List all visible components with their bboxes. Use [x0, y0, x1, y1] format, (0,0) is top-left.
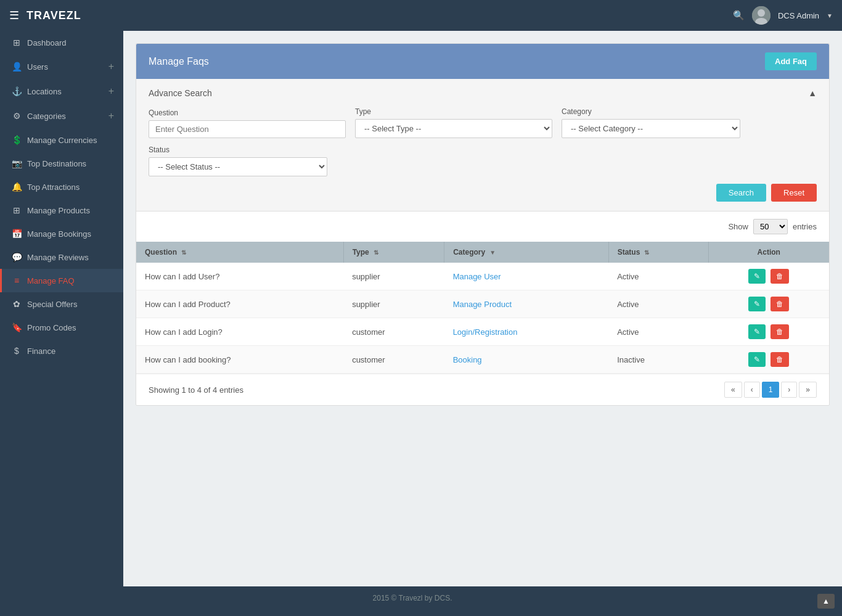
avatar	[752, 6, 770, 25]
category-link-2[interactable]: Login/Registration	[453, 327, 518, 337]
cell-status-2: Active	[608, 318, 708, 346]
sidebar-item-top-attractions[interactable]: 🔔 Top Attractions	[0, 175, 123, 199]
table-row: How can I add Login? customer Login/Regi…	[136, 318, 829, 346]
cell-type-0: supplier	[343, 263, 444, 290]
sidebar-icon-manage-faq: ≡	[11, 276, 22, 285]
sidebar-icon-manage-products: ⊞	[11, 205, 22, 215]
delete-button-0[interactable]: 🗑	[770, 269, 789, 284]
entries-label: entries	[793, 222, 817, 231]
sidebar-item-locations[interactable]: ⚓ Locations +	[0, 79, 123, 104]
sidebar-item-dashboard[interactable]: ⊞ Dashboard	[0, 31, 123, 54]
page-btn-1[interactable]: 1	[762, 382, 780, 398]
question-sort-icon: ⇅	[181, 249, 186, 256]
sidebar-item-promo-codes[interactable]: 🔖 Promo Codes	[0, 316, 123, 339]
category-link-1[interactable]: Manage Product	[453, 300, 512, 309]
reset-button[interactable]: Reset	[771, 184, 817, 202]
sidebar-item-manage-faq[interactable]: ≡ Manage FAQ	[0, 269, 123, 292]
category-sort-icon: ▼	[489, 249, 496, 256]
sidebar-item-manage-bookings[interactable]: 📅 Manage Bookings	[0, 222, 123, 245]
sidebar-label-users: Users	[27, 62, 48, 72]
sidebar-icon-special-offers: ✿	[11, 299, 22, 309]
status-form-group: Status -- Select Status -- Active Inacti…	[149, 146, 327, 176]
page-header: Manage Faqs Add Faq	[136, 44, 829, 79]
edit-button-0[interactable]: ✎	[748, 269, 766, 284]
sidebar-label-manage-faq: Manage FAQ	[27, 276, 75, 285]
col-type-label: Type	[353, 248, 369, 257]
category-link-3[interactable]: Booking	[453, 355, 482, 364]
pagination-info: Showing 1 to 4 of 4 entries	[149, 385, 243, 395]
sidebar-item-manage-reviews[interactable]: 💬 Manage Reviews	[0, 245, 123, 269]
cell-status-1: Active	[608, 290, 708, 318]
footer: 2015 © Travezl by DCS. ▲	[0, 586, 842, 616]
sidebar-icon-manage-bookings: 📅	[11, 229, 22, 239]
show-label: Show	[728, 222, 748, 231]
table-header-row: Question ⇅ Type ⇅ Category ▼	[136, 242, 829, 263]
col-question-label: Question	[145, 248, 177, 257]
col-type[interactable]: Type ⇅	[343, 242, 444, 263]
sidebar-item-special-offers[interactable]: ✿ Special Offers	[0, 292, 123, 316]
sidebar-icon-manage-reviews: 💬	[11, 252, 22, 262]
scroll-to-top-button[interactable]: ▲	[817, 594, 835, 609]
search-actions: Search Reset	[149, 184, 817, 202]
entries-per-page-select[interactable]: 10 25 50 100	[753, 219, 788, 234]
cell-category-0: Manage User	[444, 263, 609, 290]
edit-button-2[interactable]: ✎	[748, 324, 766, 339]
top-nav-right: 🔍 DCS Admin ▼	[733, 6, 833, 25]
col-category[interactable]: Category ▼	[444, 242, 609, 263]
sidebar-plus-categories[interactable]: +	[108, 110, 114, 121]
cell-action-0: ✎ 🗑	[708, 263, 829, 290]
user-name-label[interactable]: DCS Admin	[778, 11, 819, 20]
page-btn-»[interactable]: »	[799, 382, 817, 398]
search-row-1: Question Type -- Select Type -- supplier…	[149, 107, 817, 138]
cell-question-1: How can I add Product?	[136, 290, 343, 318]
type-select[interactable]: -- Select Type -- supplier customer	[355, 119, 552, 138]
hamburger-menu-icon[interactable]: ☰	[9, 9, 19, 22]
page-btn-«[interactable]: «	[724, 382, 742, 398]
table-row: How can I add Product? supplier Manage P…	[136, 290, 829, 318]
delete-button-3[interactable]: 🗑	[770, 352, 789, 367]
sidebar-icon-dashboard: ⊞	[11, 38, 22, 47]
col-question[interactable]: Question ⇅	[136, 242, 343, 263]
sidebar-plus-locations[interactable]: +	[108, 86, 114, 97]
sidebar-label-finance: Finance	[27, 347, 55, 356]
status-sort-icon: ⇅	[644, 249, 649, 256]
type-form-group: Type -- Select Type -- supplier customer	[355, 107, 552, 138]
edit-button-1[interactable]: ✎	[748, 297, 766, 311]
sidebar-item-categories[interactable]: ⚙ Categories +	[0, 104, 123, 128]
cell-status-3: Inactive	[608, 346, 708, 374]
page-btn-›[interactable]: ›	[781, 382, 797, 398]
add-faq-button[interactable]: Add Faq	[765, 52, 817, 70]
search-row-2: Status -- Select Status -- Active Inacti…	[149, 146, 817, 176]
top-navbar: ☰ TRAVEZL 🔍 DCS Admin ▼	[0, 0, 842, 31]
sidebar-item-users[interactable]: 👤 Users +	[0, 54, 123, 79]
search-icon[interactable]: 🔍	[733, 10, 745, 21]
sidebar-item-top-destinations[interactable]: 📷 Top Destinations	[0, 152, 123, 175]
footer-text: 2015 © Travezl by DCS.	[373, 594, 452, 602]
sidebar-label-manage-currencies: Manage Currencies	[27, 136, 97, 145]
page-title: Manage Faqs	[149, 56, 209, 67]
type-sort-icon: ⇅	[374, 249, 378, 256]
category-link-0[interactable]: Manage User	[453, 272, 501, 281]
delete-button-1[interactable]: 🗑	[770, 297, 789, 311]
sidebar-item-finance[interactable]: $ Finance	[0, 339, 123, 363]
sidebar-item-manage-currencies[interactable]: 💲 Manage Currencies	[0, 128, 123, 152]
collapse-icon[interactable]: ▲	[808, 88, 817, 98]
sidebar-label-special-offers: Special Offers	[27, 300, 77, 309]
status-label: Status	[149, 146, 327, 154]
col-status-label: Status	[618, 248, 640, 257]
status-select[interactable]: -- Select Status -- Active Inactive	[149, 157, 327, 176]
delete-button-2[interactable]: 🗑	[770, 324, 789, 339]
question-input[interactable]	[149, 120, 346, 138]
category-select[interactable]: -- Select Category -- Manage User Manage…	[562, 119, 740, 138]
search-button[interactable]: Search	[716, 184, 766, 202]
sidebar-icon-manage-currencies: 💲	[11, 135, 22, 145]
sidebar-item-manage-products[interactable]: ⊞ Manage Products	[0, 199, 123, 222]
sidebar-label-top-attractions: Top Attractions	[27, 183, 80, 192]
edit-button-3[interactable]: ✎	[748, 352, 766, 367]
sidebar-plus-users[interactable]: +	[108, 61, 114, 72]
user-dropdown-arrow-icon[interactable]: ▼	[827, 12, 833, 19]
advance-search-panel: Advance Search ▲ Question Type -- Select…	[136, 79, 829, 211]
page-btn-‹[interactable]: ‹	[744, 382, 760, 398]
col-status[interactable]: Status ⇅	[608, 242, 708, 263]
faq-table: Question ⇅ Type ⇅ Category ▼	[136, 242, 829, 374]
